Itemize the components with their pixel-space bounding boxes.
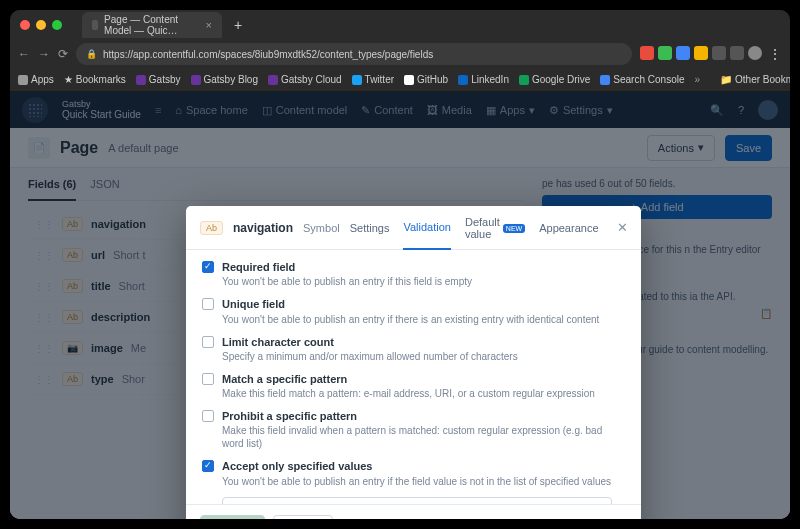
back-icon[interactable]: ←: [18, 47, 30, 61]
url-bar: ← → ⟳ 🔒 https://app.contentful.com/space…: [10, 40, 790, 68]
bookmark-item[interactable]: GitHub: [404, 74, 448, 85]
field-type-chip: Ab: [200, 221, 223, 235]
lock-icon: 🔒: [86, 49, 97, 59]
bookmark-item[interactable]: Gatsby Cloud: [268, 74, 342, 85]
tab-appearance[interactable]: Appearance: [539, 216, 598, 250]
bookmark-item[interactable]: Gatsby Blog: [191, 74, 258, 85]
field-settings-modal: Ab navigation Symbol Settings Validation…: [186, 206, 641, 519]
avatar-icon[interactable]: [748, 46, 762, 60]
other-bookmarks[interactable]: 📁 Other Bookmarks: [720, 74, 790, 85]
ext-icon[interactable]: [694, 46, 708, 60]
new-tab-icon[interactable]: +: [234, 17, 242, 33]
tab-title: Page — Content Model — Quic…: [104, 14, 195, 36]
favicon: [92, 20, 98, 30]
bookmark-item[interactable]: Gatsby: [136, 74, 181, 85]
ext-icon[interactable]: [712, 46, 726, 60]
ext-icon[interactable]: [730, 46, 744, 60]
option-required[interactable]: Required fieldYou won't be able to publi…: [202, 260, 625, 288]
window-titlebar: Page — Content Model — Quic… × +: [10, 10, 790, 40]
apps-bookmark[interactable]: Apps: [18, 74, 54, 85]
option-unique[interactable]: Unique fieldYou won't be able to publish…: [202, 297, 625, 325]
cancel-button[interactable]: Cancel: [273, 515, 333, 519]
bookmark-item[interactable]: Twitter: [352, 74, 394, 85]
close-tab-icon[interactable]: ×: [206, 19, 212, 31]
modal-subtitle: Symbol: [303, 222, 340, 234]
modal-title: navigation: [233, 221, 293, 235]
bookmark-item[interactable]: LinkedIn: [458, 74, 509, 85]
option-prohibit-pattern[interactable]: Prohibit a specific patternMake this fie…: [202, 409, 625, 450]
option-match-pattern[interactable]: Match a specific patternMake this field …: [202, 372, 625, 400]
ext-icon[interactable]: [640, 46, 654, 60]
modal-body: Required fieldYou won't be able to publi…: [186, 250, 641, 504]
reload-icon[interactable]: ⟳: [58, 47, 68, 61]
option-specified-values[interactable]: Accept only specified valuesYou won't be…: [202, 459, 625, 487]
close-window[interactable]: [20, 20, 30, 30]
menu-icon[interactable]: ⋮: [768, 46, 782, 62]
bookmark-item[interactable]: Search Console: [600, 74, 684, 85]
value-input[interactable]: Hit enter to add a value: [222, 497, 612, 504]
bookmark-item[interactable]: ★ Bookmarks: [64, 74, 126, 85]
checkbox[interactable]: [202, 373, 214, 385]
maximize-window[interactable]: [52, 20, 62, 30]
checkbox[interactable]: [202, 336, 214, 348]
tab-settings[interactable]: Settings: [350, 216, 390, 250]
extensions: ⋮: [640, 46, 782, 62]
ext-icon[interactable]: [658, 46, 672, 60]
minimize-window[interactable]: [36, 20, 46, 30]
tab-validation[interactable]: Validation: [403, 216, 451, 250]
close-modal-icon[interactable]: ✕: [617, 220, 628, 235]
confirm-button[interactable]: Confirm: [200, 515, 265, 519]
tab-default-value[interactable]: Default valueNEW: [465, 216, 525, 250]
url-text: https://app.contentful.com/spaces/8iub9m…: [103, 49, 433, 60]
checkbox[interactable]: [202, 410, 214, 422]
forward-icon[interactable]: →: [38, 47, 50, 61]
checkbox[interactable]: [202, 460, 214, 472]
checkbox[interactable]: [202, 261, 214, 273]
browser-tab[interactable]: Page — Content Model — Quic… ×: [82, 12, 222, 38]
address-input[interactable]: 🔒 https://app.contentful.com/spaces/8iub…: [76, 43, 632, 65]
bookmarks-bar: Apps ★ Bookmarks Gatsby Gatsby Blog Gats…: [10, 68, 790, 92]
bookmark-item[interactable]: Google Drive: [519, 74, 590, 85]
checkbox[interactable]: [202, 298, 214, 310]
option-limit-chars[interactable]: Limit character countSpecify a minimum a…: [202, 335, 625, 363]
ext-icon[interactable]: [676, 46, 690, 60]
